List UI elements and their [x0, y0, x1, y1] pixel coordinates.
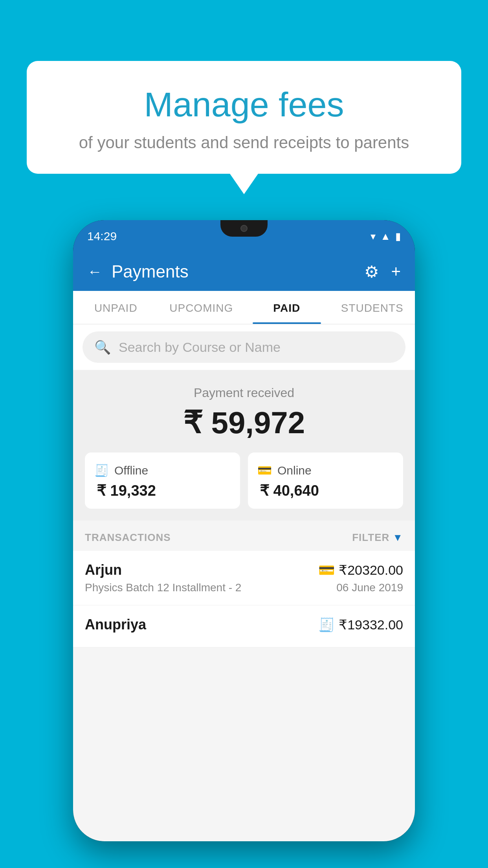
offline-icon: 🧾 — [94, 463, 109, 477]
status-bar: 14:29 ▾ ▲ ▮ — [73, 220, 415, 252]
app-header: ← Payments ⚙ + — [73, 252, 415, 291]
transaction-date-1: 06 June 2019 — [336, 581, 403, 594]
gear-icon[interactable]: ⚙ — [364, 262, 379, 281]
transactions-label: TRANSACTIONS — [85, 531, 171, 544]
transaction-top-2: Anupriya 🧾 ₹19332.00 — [85, 616, 403, 633]
notch — [220, 220, 268, 237]
online-label: Online — [277, 464, 312, 477]
payment-cards: 🧾 Offline ₹ 19,332 💳 Online ₹ 40,640 — [85, 452, 403, 509]
online-amount: ₹ 40,640 — [257, 482, 319, 499]
online-pay-icon: 💳 — [318, 562, 335, 578]
transaction-top-1: Arjun 💳 ₹20320.00 — [85, 562, 403, 578]
transaction-name-2: Anupriya — [85, 616, 146, 633]
header-left: ← Payments — [87, 262, 189, 281]
back-button[interactable]: ← — [87, 263, 102, 280]
phone-frame: 14:29 ▾ ▲ ▮ ← Payments ⚙ + UNPAID UPCOMI… — [73, 220, 415, 841]
search-placeholder: Search by Course or Name — [119, 340, 281, 355]
tab-unpaid[interactable]: UNPAID — [73, 291, 159, 324]
header-title: Payments — [112, 262, 189, 281]
camera — [240, 225, 248, 232]
transaction-desc-1: Physics Batch 12 Installment - 2 — [85, 581, 241, 594]
filter-text: FILTER — [352, 531, 389, 544]
search-icon: 🔍 — [94, 339, 111, 355]
plus-icon[interactable]: + — [391, 262, 401, 281]
speech-bubble: Manage fees of your students and send re… — [27, 61, 461, 174]
tabs-bar: UNPAID UPCOMING PAID STUDENTS — [73, 291, 415, 324]
status-icons: ▾ ▲ ▮ — [371, 230, 401, 243]
transactions-header: TRANSACTIONS FILTER ▼ — [73, 520, 415, 551]
online-icon: 💳 — [257, 463, 272, 477]
payment-received-label: Payment received — [85, 386, 403, 400]
offline-amount: ₹ 19,332 — [94, 482, 156, 499]
tab-upcoming[interactable]: UPCOMING — [159, 291, 244, 324]
offline-card: 🧾 Offline ₹ 19,332 — [85, 452, 240, 509]
payment-received-amount: ₹ 59,972 — [85, 405, 403, 441]
filter-button[interactable]: FILTER ▼ — [352, 531, 403, 544]
tab-students[interactable]: STUDENTS — [330, 291, 415, 324]
wifi-icon: ▾ — [371, 230, 376, 243]
app-screen: ← Payments ⚙ + UNPAID UPCOMING PAID STUD… — [73, 252, 415, 841]
tab-paid[interactable]: PAID — [244, 291, 330, 324]
transaction-name-1: Arjun — [85, 562, 122, 578]
search-bar[interactable]: 🔍 Search by Course or Name — [83, 331, 405, 363]
bubble-title: Manage fees — [58, 85, 430, 125]
offline-card-header: 🧾 Offline — [94, 463, 148, 477]
search-container: 🔍 Search by Course or Name — [73, 324, 415, 370]
online-card: 💳 Online ₹ 40,640 — [248, 452, 403, 509]
header-right: ⚙ + — [364, 262, 401, 281]
signal-icon: ▲ — [380, 230, 391, 243]
status-time: 14:29 — [87, 230, 117, 243]
offline-label: Offline — [114, 464, 148, 477]
offline-pay-icon: 🧾 — [318, 617, 335, 633]
payment-received-section: Payment received ₹ 59,972 🧾 Offline ₹ 19… — [73, 370, 415, 520]
transaction-row-2[interactable]: Anupriya 🧾 ₹19332.00 — [73, 605, 415, 647]
transaction-amount-1: 💳 ₹20320.00 — [318, 562, 403, 578]
transaction-amount-2: 🧾 ₹19332.00 — [318, 617, 403, 633]
battery-icon: ▮ — [395, 230, 401, 243]
online-card-header: 💳 Online — [257, 463, 312, 477]
bubble-subtitle: of your students and send receipts to pa… — [58, 133, 430, 152]
transaction-bottom-1: Physics Batch 12 Installment - 2 06 June… — [85, 581, 403, 594]
transaction-row[interactable]: Arjun 💳 ₹20320.00 Physics Batch 12 Insta… — [73, 551, 415, 605]
filter-icon: ▼ — [393, 531, 403, 544]
